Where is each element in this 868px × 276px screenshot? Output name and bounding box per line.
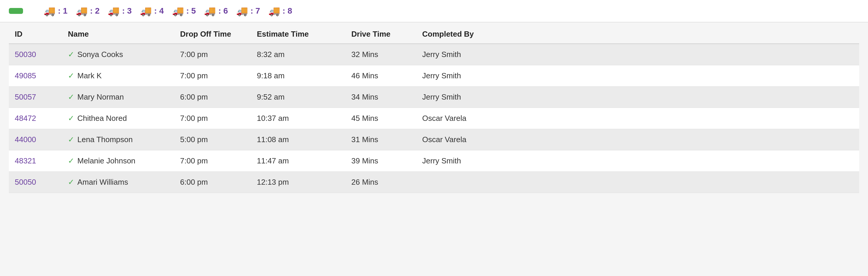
- truck-icon: 🚚: [44, 5, 56, 17]
- row-name: ✓ Melanie Johnson: [68, 156, 180, 165]
- row-id[interactable]: 50050: [15, 177, 68, 187]
- row-dropoff: 6:00 pm: [180, 92, 257, 102]
- row-id[interactable]: 50057: [15, 92, 68, 102]
- row-completed-by: Jerry Smith: [422, 92, 853, 102]
- table-row: 50057 ✓ Mary Norman 6:00 pm 9:52 am 34 M…: [9, 87, 859, 108]
- truck-tab-8[interactable]: 🚚: 8: [268, 5, 292, 17]
- table-row: 48472 ✓ Chithea Nored 7:00 pm 10:37 am 4…: [9, 108, 859, 129]
- column-header: Drive Time: [351, 30, 422, 39]
- row-id[interactable]: 44000: [15, 135, 68, 144]
- row-id[interactable]: 48321: [15, 156, 68, 165]
- row-estimate: 9:52 am: [257, 92, 351, 102]
- row-name: ✓ Mary Norman: [68, 92, 180, 102]
- row-estimate: 10:37 am: [257, 114, 351, 123]
- row-id[interactable]: 48472: [15, 114, 68, 123]
- row-completed-by: Oscar Varela: [422, 135, 853, 144]
- column-header: Estimate Time: [257, 30, 351, 39]
- name-text: Mark K: [78, 71, 101, 80]
- column-header: ID: [15, 30, 68, 39]
- row-name: ✓ Mark K: [68, 71, 180, 80]
- truck-tabs: 🚚: 1🚚: 2🚚: 3🚚: 4🚚: 5🚚: 6🚚: 7🚚: 8: [44, 5, 292, 17]
- top-bar: 🚚: 1🚚: 2🚚: 3🚚: 4🚚: 5🚚: 6🚚: 7🚚: 8: [0, 0, 868, 23]
- truck-tab-3[interactable]: 🚚: 3: [108, 5, 132, 17]
- check-icon: ✓: [68, 92, 74, 102]
- truck-icon: 🚚: [172, 5, 184, 17]
- row-drive: 34 Mins: [351, 92, 422, 102]
- truck-icon: 🚚: [108, 5, 120, 17]
- truck-tab-label: : 1: [58, 6, 68, 16]
- check-icon: ✓: [68, 156, 74, 165]
- truck-tab-label: : 5: [186, 6, 196, 16]
- table-row: 49085 ✓ Mark K 7:00 pm 9:18 am 46 Mins J…: [9, 65, 859, 87]
- name-text: Sonya Cooks: [78, 50, 123, 59]
- truck-tab-label: : 4: [154, 6, 164, 16]
- truck-icon: 🚚: [268, 5, 280, 17]
- row-drive: 32 Mins: [351, 50, 422, 59]
- truck-tab-label: : 3: [122, 6, 132, 16]
- name-text: Amari Williams: [78, 177, 128, 187]
- table-row: 50030 ✓ Sonya Cooks 7:00 pm 8:32 am 32 M…: [9, 44, 859, 65]
- row-name: ✓ Sonya Cooks: [68, 50, 180, 59]
- row-estimate: 11:08 am: [257, 135, 351, 144]
- row-dropoff: 5:00 pm: [180, 135, 257, 144]
- column-header: Drop Off Time: [180, 30, 257, 39]
- row-dropoff: 6:00 pm: [180, 177, 257, 187]
- row-completed-by: Jerry Smith: [422, 71, 853, 80]
- truck-icon: 🚚: [76, 5, 88, 17]
- row-dropoff: 7:00 pm: [180, 114, 257, 123]
- row-drive: 45 Mins: [351, 114, 422, 123]
- name-text: Lena Thompson: [78, 135, 132, 144]
- truck-icon: 🚚: [140, 5, 152, 17]
- truck-icon: 🚚: [236, 5, 248, 17]
- row-estimate: 8:32 am: [257, 50, 351, 59]
- row-drive: 46 Mins: [351, 71, 422, 80]
- row-estimate: 9:18 am: [257, 71, 351, 80]
- row-name: ✓ Lena Thompson: [68, 135, 180, 144]
- column-header: Completed By: [422, 30, 853, 39]
- row-estimate: 12:13 pm: [257, 177, 351, 187]
- check-icon: ✓: [68, 50, 74, 59]
- table-row: 50050 ✓ Amari Williams 6:00 pm 12:13 pm …: [9, 172, 859, 193]
- row-id[interactable]: 50030: [15, 50, 68, 59]
- truck-tab-label: : 8: [283, 6, 292, 16]
- table-row: 44000 ✓ Lena Thompson 5:00 pm 11:08 am 3…: [9, 129, 859, 150]
- truck-tab-label: : 7: [250, 6, 260, 16]
- row-name: ✓ Chithea Nored: [68, 114, 180, 123]
- table-body: 50030 ✓ Sonya Cooks 7:00 pm 8:32 am 32 M…: [9, 44, 859, 193]
- truck-tab-6[interactable]: 🚚: 6: [204, 5, 228, 17]
- stops-badge[interactable]: [9, 8, 23, 14]
- row-estimate: 11:47 am: [257, 156, 351, 165]
- truck-icon: 🚚: [204, 5, 216, 17]
- row-drive: 39 Mins: [351, 156, 422, 165]
- truck-tab-7[interactable]: 🚚: 7: [236, 5, 260, 17]
- name-text: Chithea Nored: [78, 114, 127, 123]
- row-dropoff: 7:00 pm: [180, 50, 257, 59]
- row-completed-by: Jerry Smith: [422, 156, 853, 165]
- truck-tab-2[interactable]: 🚚: 2: [76, 5, 100, 17]
- table-row: 48321 ✓ Melanie Johnson 7:00 pm 11:47 am…: [9, 150, 859, 172]
- table-container: IDNameDrop Off TimeEstimate TimeDrive Ti…: [0, 23, 868, 193]
- truck-tab-4[interactable]: 🚚: 4: [140, 5, 164, 17]
- truck-tab-1[interactable]: 🚚: 1: [44, 5, 68, 17]
- row-name: ✓ Amari Williams: [68, 177, 180, 187]
- truck-tab-label: : 6: [218, 6, 228, 16]
- row-completed-by: Oscar Varela: [422, 114, 853, 123]
- row-id[interactable]: 49085: [15, 71, 68, 80]
- check-icon: ✓: [68, 135, 74, 144]
- row-drive: 26 Mins: [351, 177, 422, 187]
- row-dropoff: 7:00 pm: [180, 71, 257, 80]
- row-drive: 31 Mins: [351, 135, 422, 144]
- name-text: Melanie Johnson: [78, 156, 135, 165]
- check-icon: ✓: [68, 71, 74, 80]
- truck-tab-label: : 2: [90, 6, 100, 16]
- table-header: IDNameDrop Off TimeEstimate TimeDrive Ti…: [9, 23, 859, 44]
- row-dropoff: 7:00 pm: [180, 156, 257, 165]
- check-icon: ✓: [68, 177, 74, 187]
- check-icon: ✓: [68, 114, 74, 123]
- column-header: Name: [68, 30, 180, 39]
- name-text: Mary Norman: [78, 92, 124, 102]
- truck-tab-5[interactable]: 🚚: 5: [172, 5, 196, 17]
- row-completed-by: Jerry Smith: [422, 50, 853, 59]
